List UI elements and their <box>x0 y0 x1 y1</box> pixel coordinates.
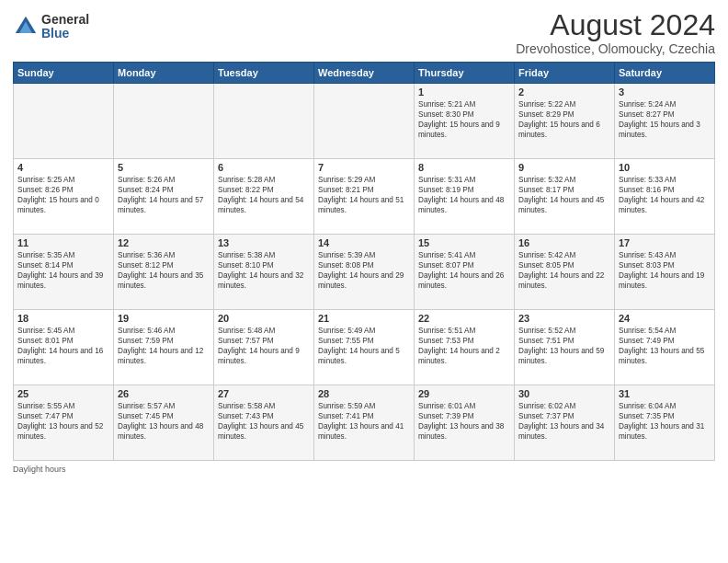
day-cell: 21Sunrise: 5:49 AM Sunset: 7:55 PM Dayli… <box>314 310 415 385</box>
day-info: Sunrise: 5:38 AM Sunset: 8:10 PM Dayligh… <box>218 250 310 291</box>
footer-text: Daylight hours <box>13 465 66 474</box>
day-cell: 20Sunrise: 5:48 AM Sunset: 7:57 PM Dayli… <box>214 310 314 385</box>
day-number: 10 <box>619 162 711 173</box>
day-cell: 15Sunrise: 5:41 AM Sunset: 8:07 PM Dayli… <box>415 235 515 310</box>
day-cell: 10Sunrise: 5:33 AM Sunset: 8:16 PM Dayli… <box>615 159 715 235</box>
day-number: 20 <box>218 313 310 324</box>
day-number: 12 <box>118 237 210 248</box>
day-info: Sunrise: 5:26 AM Sunset: 8:24 PM Dayligh… <box>118 175 210 215</box>
header-cell-tuesday: Tuesday <box>214 63 314 84</box>
day-cell: 29Sunrise: 6:01 AM Sunset: 7:39 PM Dayli… <box>415 385 515 461</box>
day-number: 21 <box>318 313 410 324</box>
day-info: Sunrise: 5:36 AM Sunset: 8:12 PM Dayligh… <box>118 250 210 291</box>
day-cell: 23Sunrise: 5:52 AM Sunset: 7:51 PM Dayli… <box>515 310 615 385</box>
day-cell: 14Sunrise: 5:39 AM Sunset: 8:08 PM Dayli… <box>314 235 415 310</box>
day-cell: 17Sunrise: 5:43 AM Sunset: 8:03 PM Dayli… <box>615 235 715 310</box>
day-info: Sunrise: 5:54 AM Sunset: 7:49 PM Dayligh… <box>619 326 711 366</box>
header-cell-friday: Friday <box>515 63 615 84</box>
day-number: 27 <box>218 388 310 399</box>
day-info: Sunrise: 5:43 AM Sunset: 8:03 PM Dayligh… <box>619 250 711 291</box>
day-info: Sunrise: 5:35 AM Sunset: 8:14 PM Dayligh… <box>17 250 109 291</box>
day-number: 8 <box>418 162 510 173</box>
day-cell: 12Sunrise: 5:36 AM Sunset: 8:12 PM Dayli… <box>114 235 214 310</box>
day-number: 23 <box>518 313 610 324</box>
day-cell: 16Sunrise: 5:42 AM Sunset: 8:05 PM Dayli… <box>515 235 615 310</box>
day-info: Sunrise: 5:22 AM Sunset: 8:29 PM Dayligh… <box>518 99 610 140</box>
day-cell <box>214 84 314 159</box>
header-cell-monday: Monday <box>114 63 214 84</box>
day-cell: 9Sunrise: 5:32 AM Sunset: 8:17 PM Daylig… <box>515 159 615 235</box>
day-cell: 11Sunrise: 5:35 AM Sunset: 8:14 PM Dayli… <box>14 235 114 310</box>
logo-text: General Blue <box>41 13 89 41</box>
day-number: 9 <box>518 162 610 173</box>
header-cell-thursday: Thursday <box>415 63 515 84</box>
day-info: Sunrise: 5:33 AM Sunset: 8:16 PM Dayligh… <box>619 175 711 215</box>
day-number: 3 <box>619 86 711 98</box>
day-cell: 2Sunrise: 5:22 AM Sunset: 8:29 PM Daylig… <box>515 84 615 159</box>
day-info: Sunrise: 5:46 AM Sunset: 7:59 PM Dayligh… <box>118 326 210 366</box>
day-info: Sunrise: 5:49 AM Sunset: 7:55 PM Dayligh… <box>318 326 410 366</box>
calendar-table: SundayMondayTuesdayWednesdayThursdayFrid… <box>13 62 715 461</box>
day-cell: 26Sunrise: 5:57 AM Sunset: 7:45 PM Dayli… <box>114 385 214 461</box>
day-number: 18 <box>17 313 109 324</box>
day-info: Sunrise: 5:25 AM Sunset: 8:26 PM Dayligh… <box>17 175 109 215</box>
day-cell: 24Sunrise: 5:54 AM Sunset: 7:49 PM Dayli… <box>615 310 715 385</box>
day-number: 7 <box>318 162 410 173</box>
day-cell: 27Sunrise: 5:58 AM Sunset: 7:43 PM Dayli… <box>214 385 314 461</box>
day-cell: 19Sunrise: 5:46 AM Sunset: 7:59 PM Dayli… <box>114 310 214 385</box>
day-number: 2 <box>518 86 610 98</box>
day-info: Sunrise: 5:21 AM Sunset: 8:30 PM Dayligh… <box>418 99 510 140</box>
day-cell <box>314 84 415 159</box>
day-info: Sunrise: 5:55 AM Sunset: 7:47 PM Dayligh… <box>17 401 109 442</box>
title-block: August 2024 Drevohostice, Olomoucky, Cze… <box>516 9 715 56</box>
day-cell: 22Sunrise: 5:51 AM Sunset: 7:53 PM Dayli… <box>415 310 515 385</box>
day-number: 19 <box>118 313 210 324</box>
day-number: 15 <box>418 237 510 248</box>
day-number: 30 <box>518 388 610 399</box>
header-cell-saturday: Saturday <box>615 63 715 84</box>
day-info: Sunrise: 6:02 AM Sunset: 7:37 PM Dayligh… <box>518 401 610 442</box>
day-number: 14 <box>318 237 410 248</box>
day-info: Sunrise: 5:59 AM Sunset: 7:41 PM Dayligh… <box>318 401 410 442</box>
day-number: 25 <box>17 388 109 399</box>
week-row-2: 4Sunrise: 5:25 AM Sunset: 8:26 PM Daylig… <box>14 159 715 235</box>
day-number: 6 <box>218 162 310 173</box>
day-cell: 3Sunrise: 5:24 AM Sunset: 8:27 PM Daylig… <box>615 84 715 159</box>
day-number: 24 <box>619 313 711 324</box>
day-cell: 25Sunrise: 5:55 AM Sunset: 7:47 PM Dayli… <box>14 385 114 461</box>
day-info: Sunrise: 5:45 AM Sunset: 8:01 PM Dayligh… <box>17 326 109 366</box>
logo-general-text: General <box>41 13 89 27</box>
calendar-body: 1Sunrise: 5:21 AM Sunset: 8:30 PM Daylig… <box>14 84 715 461</box>
day-info: Sunrise: 5:32 AM Sunset: 8:17 PM Dayligh… <box>518 175 610 215</box>
header: General Blue August 2024 Drevohostice, O… <box>13 9 715 56</box>
logo: General Blue <box>13 13 89 41</box>
day-number: 11 <box>17 237 109 248</box>
day-cell: 31Sunrise: 6:04 AM Sunset: 7:35 PM Dayli… <box>615 385 715 461</box>
header-cell-sunday: Sunday <box>14 63 114 84</box>
day-cell: 7Sunrise: 5:29 AM Sunset: 8:21 PM Daylig… <box>314 159 415 235</box>
main-title: August 2024 <box>516 9 715 41</box>
calendar-header: SundayMondayTuesdayWednesdayThursdayFrid… <box>14 63 715 84</box>
logo-icon <box>13 14 39 40</box>
header-cell-wednesday: Wednesday <box>314 63 415 84</box>
day-info: Sunrise: 5:48 AM Sunset: 7:57 PM Dayligh… <box>218 326 310 366</box>
day-info: Sunrise: 6:04 AM Sunset: 7:35 PM Dayligh… <box>619 401 711 442</box>
day-number: 16 <box>518 237 610 248</box>
week-row-4: 18Sunrise: 5:45 AM Sunset: 8:01 PM Dayli… <box>14 310 715 385</box>
day-info: Sunrise: 5:39 AM Sunset: 8:08 PM Dayligh… <box>318 250 410 291</box>
day-cell: 1Sunrise: 5:21 AM Sunset: 8:30 PM Daylig… <box>415 84 515 159</box>
day-info: Sunrise: 5:29 AM Sunset: 8:21 PM Dayligh… <box>318 175 410 215</box>
day-cell: 18Sunrise: 5:45 AM Sunset: 8:01 PM Dayli… <box>14 310 114 385</box>
day-info: Sunrise: 5:58 AM Sunset: 7:43 PM Dayligh… <box>218 401 310 442</box>
day-cell <box>14 84 114 159</box>
day-info: Sunrise: 5:42 AM Sunset: 8:05 PM Dayligh… <box>518 250 610 291</box>
day-number: 4 <box>17 162 109 173</box>
day-number: 28 <box>318 388 410 399</box>
day-cell: 30Sunrise: 6:02 AM Sunset: 7:37 PM Dayli… <box>515 385 615 461</box>
logo-blue-text: Blue <box>41 27 89 40</box>
day-info: Sunrise: 5:57 AM Sunset: 7:45 PM Dayligh… <box>118 401 210 442</box>
day-cell <box>114 84 214 159</box>
footer: Daylight hours <box>13 465 715 474</box>
day-number: 31 <box>619 388 711 399</box>
day-number: 5 <box>118 162 210 173</box>
